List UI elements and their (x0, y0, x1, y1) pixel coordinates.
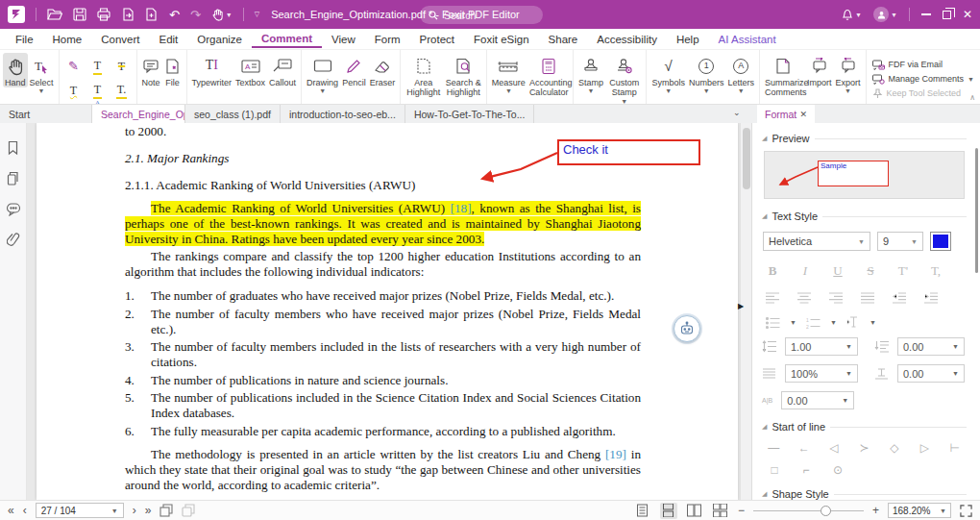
single-page-view-button[interactable] (634, 503, 651, 519)
underline-text-button[interactable]: T (86, 55, 110, 78)
measure-button[interactable]: Measure ▼ (490, 53, 527, 94)
menu-accessibility[interactable]: Accessibility (587, 31, 667, 47)
zoom-out-button[interactable]: − (738, 504, 745, 517)
export-pdf-button[interactable] (121, 8, 135, 21)
numbered-list-button[interactable]: 12 (806, 317, 821, 329)
callout-annotation[interactable]: Check it (557, 139, 700, 165)
zoom-slider-thumb[interactable] (821, 506, 831, 516)
format-panel-scrollbar[interactable] (975, 148, 978, 273)
superscript-button[interactable]: T' (896, 263, 910, 279)
line-start-slash-button[interactable]: ⌐ (796, 463, 816, 477)
keep-tool-selected-button[interactable]: Keep Tool Selected (872, 88, 974, 99)
stamp-button[interactable]: Stamp ▼ (576, 53, 605, 94)
tab-introduction-to-seo[interactable]: introduction-to-seo-eb... (281, 105, 405, 123)
section-text-style[interactable]: ◢ Text Style (762, 210, 967, 222)
horizontal-scale-select[interactable]: 100%▼ (785, 364, 858, 383)
document-scrollbar[interactable] (740, 123, 751, 500)
fdf-via-email-button[interactable]: FDF via Email (872, 60, 974, 70)
underline-button[interactable]: U (831, 263, 845, 279)
line-start-open-arrow-button[interactable]: ← (795, 441, 812, 455)
save-button[interactable] (73, 8, 86, 21)
collapse-ribbon-button[interactable]: ∧ (969, 93, 975, 102)
line-start-reverse-button[interactable]: ≻ (855, 441, 872, 455)
tab-start[interactable]: Start (0, 105, 92, 123)
close-button[interactable]: ✕ (963, 8, 972, 21)
scrollbar-thumb[interactable] (743, 128, 750, 189)
text-color-swatch[interactable] (930, 232, 951, 251)
tab-search-engine-optimization[interactable]: Search_Engine_Opt... ✕ (92, 105, 185, 123)
menu-help[interactable]: Help (667, 31, 709, 47)
snapshot-icon[interactable] (159, 504, 173, 517)
eraser-button[interactable]: Eraser (368, 53, 398, 87)
new-document-button[interactable] (145, 8, 159, 21)
account-button[interactable]: ▼ (873, 7, 897, 22)
ai-assistant-floating-button[interactable] (674, 315, 700, 342)
menu-comment[interactable]: Comment (252, 30, 322, 48)
menu-foxit-esign[interactable]: Foxit eSign (464, 31, 539, 47)
line-start-diamond-button[interactable]: ◇ (886, 441, 903, 455)
section-start-of-line[interactable]: ◢ Start of line (762, 421, 967, 433)
character-spacing-select[interactable]: 0.00▼ (781, 391, 854, 409)
citation-link-19[interactable]: [19] (605, 447, 626, 461)
replace-text-button[interactable]: T (86, 79, 110, 102)
continuous-view-button[interactable] (660, 503, 677, 519)
menu-view[interactable]: View (322, 31, 365, 47)
open-file-button[interactable] (47, 8, 62, 21)
align-left-button[interactable] (766, 292, 779, 304)
typewriter-button[interactable]: TI Typewriter (190, 53, 234, 87)
menu-form[interactable]: Form (365, 31, 410, 47)
menu-edit[interactable]: Edit (150, 31, 188, 47)
menu-file[interactable]: File (6, 31, 43, 47)
line-start-triangle-button[interactable]: ▷ (916, 441, 933, 455)
page-number-input[interactable]: 27 / 104▼ (36, 503, 124, 518)
menu-protect[interactable]: Protect (410, 31, 464, 47)
paragraph-spacing-select[interactable]: 0.00▼ (897, 337, 965, 356)
menu-organize[interactable]: Organize (187, 31, 252, 47)
section-shape-style[interactable]: ◢ Shape Style (762, 488, 967, 500)
drawing-button[interactable]: Drawing ▼ (305, 53, 340, 94)
bold-button[interactable]: B (766, 263, 779, 279)
manage-comments-button[interactable]: Manage Comments ▼ (872, 74, 974, 85)
align-right-button[interactable] (829, 292, 843, 304)
italic-button[interactable]: I (798, 263, 812, 279)
letters-button[interactable]: A Letters ▼ (725, 53, 756, 94)
symbols-button[interactable]: √ Symbols ▼ (649, 53, 687, 94)
align-center-button[interactable] (797, 292, 811, 304)
insert-text-button[interactable]: T. (110, 79, 134, 102)
first-page-button[interactable]: « (8, 504, 14, 517)
align-justify-button[interactable] (861, 292, 874, 304)
callout-button[interactable]: Callout (267, 53, 298, 87)
decrease-indent-button[interactable] (893, 292, 906, 304)
undo-button[interactable]: ↶ (169, 9, 180, 21)
format-panel-collapse-handle[interactable]: ▶ (738, 302, 744, 310)
line-start-butt-button[interactable]: ⊢ (946, 441, 964, 455)
strikethrough-button[interactable]: S (864, 263, 877, 279)
next-page-button[interactable]: › (133, 504, 136, 517)
format-panel-tab[interactable]: Format ✕ (757, 105, 815, 123)
minimize-button[interactable] (921, 13, 931, 15)
subscript-button[interactable]: T, (929, 263, 943, 279)
line-start-circle-button[interactable]: ⊙ (828, 463, 847, 477)
fit-to-screen-button[interactable] (960, 505, 972, 517)
restore-button[interactable] (943, 11, 951, 19)
custom-stamp-button[interactable]: Custom Stamp ▼ (605, 53, 644, 105)
baseline-offset-select[interactable]: 0.00▼ (897, 364, 965, 383)
highlighted-paragraph[interactable]: The Academic Ranking of World Universiti… (125, 201, 641, 247)
print-button[interactable] (97, 8, 110, 21)
section-preview[interactable]: ◢ Preview (762, 133, 967, 144)
tab-list-chevron[interactable]: ⌄ (733, 108, 741, 117)
hand-tool-quick-button[interactable]: ▼ (211, 8, 233, 21)
tab-how-to-get-to-the-top[interactable]: How-To-Get-To-The-To... (405, 105, 535, 123)
export-comments-button[interactable]: Export ▼ (834, 53, 863, 94)
bullet-list-button[interactable] (766, 317, 780, 329)
pages-panel-icon[interactable] (6, 171, 20, 186)
note-button[interactable]: Note (140, 53, 162, 87)
line-start-none-button[interactable]: — (765, 441, 782, 455)
line-spacing-select[interactable]: 1.00▼ (785, 337, 858, 356)
strikeout-text-button[interactable]: T (110, 55, 134, 78)
redo-button[interactable]: ↷ (190, 9, 201, 21)
font-size-select[interactable]: 9▼ (877, 232, 923, 251)
menu-convert[interactable]: Convert (91, 31, 149, 47)
file-attachment-button[interactable]: File (162, 53, 184, 87)
last-page-button[interactable]: » (145, 504, 152, 517)
